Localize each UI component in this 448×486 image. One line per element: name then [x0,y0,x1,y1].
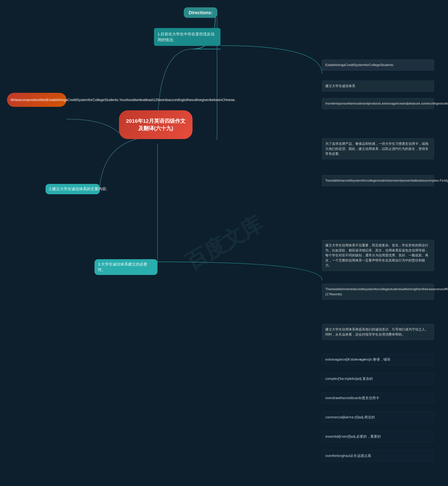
center-line2: 及翻译(六十九) [124,125,187,132]
right-node-3: 为了追求名牌产品、奢侈品和快感，一些大学生习惯透支信用卡，或拖欠他们的还贷。因此… [322,138,434,159]
vocab-4-text: commercial[kə'mɜ:rʃl]adj.商业的 [325,415,375,419]
vocab-2-text: complex['ka:mpleks]adj.复杂的 [325,377,373,380]
right-vocab-5: essential[ɪ'senʃl]adj.必要的，重要的 [322,431,434,442]
right-vocab-3: overdrawthecreditcards透支信用卡 [322,392,434,404]
directions-node: Directions: [184,7,217,18]
right-node-4: Toestablishacreditsystemforcollegestuden… [322,175,434,186]
vocab-1-text: extravagance[ik'strævəgəns]n.奢侈，铺张 [325,357,391,361]
right-node-title: EstablishingaCreditSystemforCollegeStude… [322,59,434,71]
right-vocab-6: overthelonghaul从长远观点着 [322,450,434,461]
vocab-3-text: overdrawthecreditcards透支信用卡 [325,396,379,400]
write-node: WriteacompositiontitledEstablishingaCred… [7,93,66,107]
branch2-node: 2.建立大学生诚信体系的主要内容; [46,184,100,194]
right-vocab-1: extravagance[ik'strævəgəns]n.奢侈，铺张 [322,354,434,365]
right-vocab-4: commercial[kə'mɜ:rʃl]adj.商业的 [322,412,434,423]
right-6-text: Theestablishmentofacreditsystemforcolleg… [325,287,448,296]
right-node-7: 建立大学生信用体系将提高他们的诚信意识，引导他们成为守信之人。同时，从长远来看，… [322,324,434,340]
right-node-2: Inordertopursuefamousbrandproducts,extra… [322,98,434,109]
branch3-label: 3.大学生诚信体系建立的必要性。 [98,262,147,272]
directions-label: Directions: [189,10,212,15]
right-7-text: 建立大学生信用体系将提高他们的诚信意识，引导他们成为守信之人。同时，从长远来看，… [325,328,428,336]
center-line1: 2016年12月英语四级作文 [124,117,187,125]
vocab-6-text: overthelonghaul从长远观点着 [325,454,371,458]
branch2-label: 2.建立大学生诚信体系的主要内容; [49,187,107,191]
right-1-text: 建立大学生诚信体系 [325,84,355,88]
write-label: WriteacompositiontitledEstablishingaCred… [10,98,236,102]
right-node-6: Theestablishmentofacreditsystemforcolleg… [322,284,434,300]
branch3-node: 3.大学生诚信体系建立的必要性。 [95,259,158,275]
branch1-label: 1.目前在大学生中存在某些违反信用的情况; [158,32,215,42]
right-3-text: 为了追求名牌产品、奢侈品和快感，一些大学生习惯透支信用卡，或拖欠他们的还贷。因此… [325,142,428,156]
mind-map-container: 百度文库 Directions: 1.目前在大学生中存在某些违反信用的情况; W… [0,0,448,486]
right-4-text: Toestablishacreditsystemforcollegestuden… [325,179,448,182]
right-title-text: EstablishingaCreditSystemforCollegeStude… [325,63,393,67]
right-node-1: 建立大学生诚信体系 [322,81,434,92]
branch1-node: 1.目前在大学生中存在某些违反信用的情况; [154,28,221,46]
right-node-5: 建立大学生信用体系不仅重要，而且很复杂。首先，学生所有的商业行为，比如贷款、都应… [322,240,434,271]
right-2-text: Inordertopursuefamousbrandproducts,extra… [325,102,448,105]
right-5-text: 建立大学生信用体系不仅重要，而且很复杂。首先，学生所有的商业行为，比如贷款、都应… [325,243,428,267]
right-vocab-2: complex['ka:mpleks]adj.复杂的 [322,373,434,384]
vocab-5-text: essential[ɪ'senʃl]adj.必要的，重要的 [325,435,381,438]
center-node: 2016年12月英语四级作文 及翻译(六十九) [119,110,192,139]
